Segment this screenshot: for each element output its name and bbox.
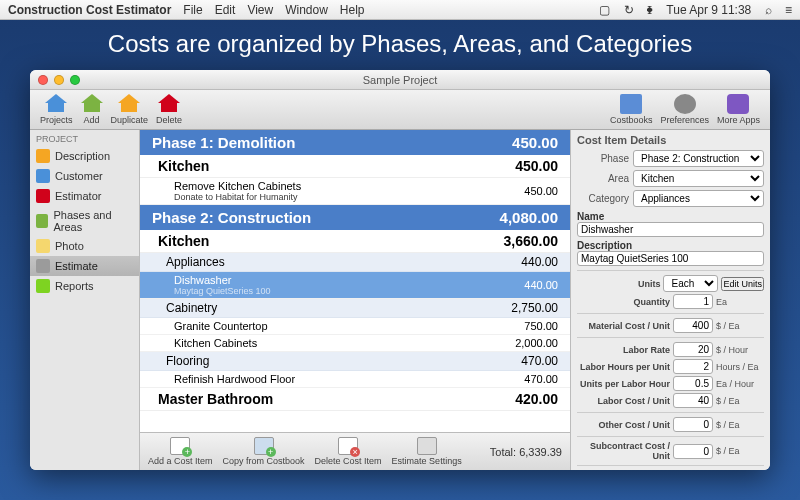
book-plus-icon	[254, 437, 274, 455]
sidebar-item-customer[interactable]: Customer	[30, 166, 139, 186]
airplay-icon: ▢	[599, 3, 610, 17]
estimate-item[interactable]: DishwasherMaytag QuietSeries 100440.00	[140, 272, 570, 299]
edit-units-button[interactable]: Edit Units	[721, 277, 764, 291]
details-title: Cost Item Details	[577, 134, 764, 146]
row-sublabel: Donate to Habitat for Humanity	[174, 192, 301, 202]
estimate-phase[interactable]: Phase 1: Demolition450.00	[140, 130, 570, 155]
units-per-hour-input[interactable]	[673, 376, 713, 391]
cost-item-details: Cost Item Details PhasePhase 2: Construc…	[570, 130, 770, 470]
estimate-area[interactable]: Master Bathroom420.00	[140, 388, 570, 411]
estimate-cat[interactable]: Flooring470.00	[140, 352, 570, 371]
row-amount: 4,080.00	[500, 209, 558, 226]
menu-file[interactable]: File	[183, 3, 202, 17]
estimate-item[interactable]: Refinish Hardwood Floor470.00	[140, 371, 570, 388]
clock: Tue Apr 9 11:38	[666, 3, 751, 17]
estimate-footer: Add a Cost Item Copy from Costbook Delet…	[140, 432, 570, 470]
sidebar-icon	[36, 239, 50, 253]
estimate-item[interactable]: Kitchen Cabinets2,000.00	[140, 335, 570, 352]
sidebar-item-estimate[interactable]: Estimate	[30, 256, 139, 276]
row-amount: 450.00	[515, 158, 558, 174]
zoom-button[interactable]	[70, 75, 80, 85]
sidebar-item-estimator[interactable]: Estimator	[30, 186, 139, 206]
project-window: Sample Project Projects Add Duplicate De…	[30, 70, 770, 470]
row-label: Kitchen	[158, 158, 209, 174]
delete-button[interactable]: Delete	[156, 94, 182, 125]
toolbar: Projects Add Duplicate Delete Costbooks …	[30, 90, 770, 130]
other-cost-input[interactable]	[673, 417, 713, 432]
doc-delete-icon	[338, 437, 358, 455]
close-button[interactable]	[38, 75, 48, 85]
notification-icon[interactable]: ≡	[785, 3, 792, 17]
row-amount: 2,750.00	[511, 301, 558, 315]
menu-help[interactable]: Help	[340, 3, 365, 17]
add-button[interactable]: Add	[81, 94, 103, 125]
menu-view[interactable]: View	[247, 3, 273, 17]
estimate-item[interactable]: Granite Countertop750.00	[140, 318, 570, 335]
labor-rate-input[interactable]	[673, 342, 713, 357]
row-label: Kitchen Cabinets	[174, 337, 257, 349]
menubar-status: ▢ ↻ ⧳ Tue Apr 9 11:38 ⌕ ≡	[589, 3, 792, 17]
row-amount: 440.00	[521, 255, 558, 269]
row-label: Refinish Hardwood Floor	[174, 373, 295, 385]
row-label: DishwasherMaytag QuietSeries 100	[174, 274, 271, 296]
estimate-area[interactable]: Kitchen450.00	[140, 155, 570, 178]
sidebar-item-description[interactable]: Description	[30, 146, 139, 166]
row-label: Kitchen	[158, 233, 209, 249]
doc-plus-icon	[170, 437, 190, 455]
row-label: Phase 1: Demolition	[152, 134, 295, 151]
phase-select[interactable]: Phase 2: Construction	[633, 150, 764, 167]
gear-icon	[417, 437, 437, 455]
area-select[interactable]: Kitchen	[633, 170, 764, 187]
menu-edit[interactable]: Edit	[215, 3, 236, 17]
preferences-button[interactable]: Preferences	[660, 94, 709, 125]
estimate-phase[interactable]: Phase 2: Construction4,080.00	[140, 205, 570, 230]
costbooks-button[interactable]: Costbooks	[610, 94, 653, 125]
duplicate-button[interactable]: Duplicate	[111, 94, 149, 125]
sidebar-item-photo[interactable]: Photo	[30, 236, 139, 256]
material-cost-input[interactable]	[673, 318, 713, 333]
sidebar-item-label: Customer	[55, 170, 103, 182]
estimate-item[interactable]: Remove Kitchen CabinetsDonate to Habitat…	[140, 178, 570, 205]
more-apps-button[interactable]: More Apps	[717, 94, 760, 125]
sidebar-item-label: Phases and Areas	[53, 209, 133, 233]
labor-hours-input[interactable]	[673, 359, 713, 374]
copy-from-costbook-button[interactable]: Copy from Costbook	[223, 437, 305, 466]
sidebar-header: PROJECT	[30, 130, 139, 146]
subcontract-cost-input[interactable]	[673, 444, 713, 459]
estimate-total: Total: 6,339.39	[490, 446, 562, 458]
apps-icon	[727, 94, 749, 114]
delete-cost-item-button[interactable]: Delete Cost Item	[315, 437, 382, 466]
sidebar-icon	[36, 214, 48, 228]
row-label: Remove Kitchen CabinetsDonate to Habitat…	[174, 180, 301, 202]
row-amount: 750.00	[524, 320, 558, 332]
estimate-list[interactable]: Phase 1: Demolition450.00Kitchen450.00Re…	[140, 130, 570, 432]
name-input[interactable]	[577, 222, 764, 237]
sidebar-icon	[36, 279, 50, 293]
sidebar-item-reports[interactable]: Reports	[30, 276, 139, 296]
row-amount: 450.00	[512, 134, 558, 151]
estimate-settings-button[interactable]: Estimate Settings	[392, 437, 462, 466]
row-amount: 470.00	[521, 354, 558, 368]
spotlight-icon[interactable]: ⌕	[765, 3, 772, 17]
minimize-button[interactable]	[54, 75, 64, 85]
sidebar-item-label: Estimator	[55, 190, 101, 202]
estimate-cat[interactable]: Appliances440.00	[140, 253, 570, 272]
units-select[interactable]: Each	[663, 275, 718, 292]
row-amount: 2,000.00	[515, 337, 558, 349]
estimate-area[interactable]: Kitchen3,660.00	[140, 230, 570, 253]
quantity-input[interactable]	[673, 294, 713, 309]
sidebar-icon	[36, 259, 50, 273]
sidebar-item-label: Reports	[55, 280, 94, 292]
wifi-icon: ⧳	[647, 3, 653, 17]
add-cost-item-button[interactable]: Add a Cost Item	[148, 437, 213, 466]
gear-icon	[674, 94, 696, 114]
labor-cost-input[interactable]	[673, 393, 713, 408]
sync-icon: ↻	[624, 3, 634, 17]
category-select[interactable]: Appliances	[633, 190, 764, 207]
menu-window[interactable]: Window	[285, 3, 328, 17]
row-label: Master Bathroom	[158, 391, 273, 407]
projects-button[interactable]: Projects	[40, 94, 73, 125]
description-input[interactable]	[577, 251, 764, 266]
estimate-cat[interactable]: Cabinetry2,750.00	[140, 299, 570, 318]
sidebar-item-phases-and-areas[interactable]: Phases and Areas	[30, 206, 139, 236]
